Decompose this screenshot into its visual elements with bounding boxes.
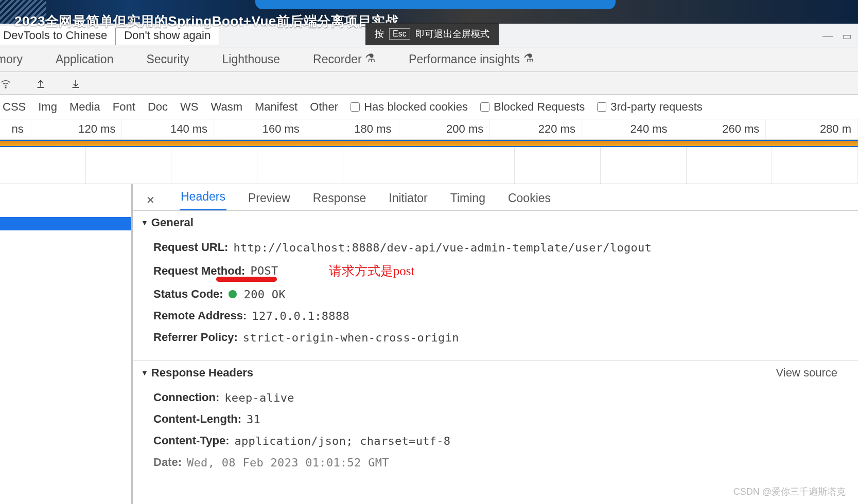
svg-point-0 <box>5 87 6 88</box>
timeline-tick: 140 ms <box>122 119 214 139</box>
view-source-link[interactable]: View source <box>776 366 850 380</box>
content-type-row: Content-Type: application/json; charset=… <box>153 430 858 452</box>
timeline-tick: 200 ms <box>398 119 491 139</box>
filter-manifest[interactable]: Manifest <box>255 100 297 114</box>
timeline-ruler[interactable]: ns 120 ms 140 ms 160 ms 180 ms 200 ms 22… <box>0 119 858 140</box>
section-title: General <box>151 216 194 229</box>
timeline-tick: ns <box>0 119 30 139</box>
general-block: Request URL: http://localhost:8888/dev-a… <box>133 235 858 350</box>
filter-img[interactable]: Img <box>38 100 57 114</box>
esc-key-icon: Esc <box>389 28 410 40</box>
detail-tabs: ✕ Headers Preview Response Initiator Tim… <box>133 184 858 211</box>
tab-cookies[interactable]: Cookies <box>507 186 552 210</box>
upload-icon[interactable] <box>35 78 46 89</box>
timeline-tick: 260 ms <box>674 119 766 139</box>
timeline-rows <box>0 147 858 184</box>
request-url-row: Request URL: http://localhost:8888/dev-a… <box>153 237 858 258</box>
flask-icon: ⚗ <box>365 51 376 65</box>
timeline-tick: 180 ms <box>306 119 398 139</box>
fullscreen-exit-toast: 按 Esc 即可退出全屏模式 <box>365 23 499 45</box>
blocked-requests-checkbox[interactable]: Blocked Requests <box>480 100 585 114</box>
maximize-icon[interactable]: ▭ <box>842 30 852 42</box>
filter-media[interactable]: Media <box>69 100 100 114</box>
status-dot-icon <box>229 290 237 298</box>
content-length-row: Content-Length: 31 <box>153 408 858 430</box>
filter-css[interactable]: CSS <box>3 100 26 114</box>
timeline-tick: 280 m <box>766 119 858 139</box>
tab-response[interactable]: Response <box>312 186 367 210</box>
filter-doc[interactable]: Doc <box>148 100 168 114</box>
request-method-row: Request Method: POST 请求方式是post <box>153 258 858 283</box>
timeline-tick: 240 ms <box>582 119 674 139</box>
filter-font[interactable]: Font <box>113 100 135 114</box>
section-response-headers[interactable]: ▼ Response Headers View source <box>133 361 858 385</box>
flask-icon: ⚗ <box>523 51 534 65</box>
status-code-row: Status Code: 200 OK <box>153 283 858 305</box>
close-icon[interactable]: ✕ <box>142 190 159 210</box>
minimize-icon[interactable]: — <box>822 30 833 42</box>
window-controls: — ▭ <box>822 30 852 42</box>
tab-memory[interactable]: emory <box>0 52 23 66</box>
remote-address-row: Remote Address: 127.0.0.1:8888 <box>153 305 858 327</box>
tab-performance-insights[interactable]: Performance insights ⚗ <box>409 52 534 66</box>
response-headers-block: Connection: keep-alive Content-Length: 3… <box>133 385 858 475</box>
tab-recorder[interactable]: Recorder ⚗ <box>313 52 376 66</box>
request-detail-pane: ✕ Headers Preview Response Initiator Tim… <box>133 184 858 504</box>
browser-tab-highlight <box>255 0 616 9</box>
tab-initiator[interactable]: Initiator <box>388 186 428 210</box>
tab-application[interactable]: Application <box>56 52 114 66</box>
timeline-tick: 120 ms <box>30 119 122 139</box>
timeline-tick: 160 ms <box>214 119 306 139</box>
date-row: Date: Wed, 08 Feb 2023 01:01:52 GMT <box>153 452 858 473</box>
section-general[interactable]: ▼ General <box>133 211 858 235</box>
devtools-panel-tabs: emory Application Security Lighthouse Re… <box>0 47 858 72</box>
connection-row: Connection: keep-alive <box>153 387 858 408</box>
disclosure-triangle-icon: ▼ <box>141 219 148 227</box>
wifi-icon[interactable] <box>0 78 11 89</box>
network-main-split: ✕ Headers Preview Response Initiator Tim… <box>0 184 858 504</box>
timeline-overview-bar[interactable] <box>0 140 858 147</box>
tab-preview[interactable]: Preview <box>247 186 291 210</box>
blocked-cookies-checkbox[interactable]: Has blocked cookies <box>351 100 468 114</box>
tab-lighthouse[interactable]: Lighthouse <box>222 52 281 66</box>
tab-timing[interactable]: Timing <box>449 186 486 210</box>
video-title: 2023全网最简单但实用的SpringBoot+Vue前后端分离项目实战 <box>14 12 399 30</box>
disclosure-triangle-icon: ▼ <box>141 369 148 377</box>
tab-headers[interactable]: Headers <box>180 185 226 210</box>
resource-type-filters: CSS Img Media Font Doc WS Wasm Manifest … <box>0 95 858 119</box>
section-title: Response Headers <box>151 366 253 380</box>
filter-ws[interactable]: WS <box>180 100 198 114</box>
filter-other[interactable]: Other <box>310 100 338 114</box>
annotation-text: 请求方式是post <box>329 262 415 279</box>
toast-suffix: 即可退出全屏模式 <box>415 28 489 40</box>
timeline-tick: 220 ms <box>490 119 582 139</box>
referrer-policy-row: Referrer Policy: strict-origin-when-cros… <box>153 327 858 348</box>
download-icon[interactable] <box>70 78 81 89</box>
toast-prefix: 按 <box>375 28 384 40</box>
third-party-checkbox[interactable]: 3rd-party requests <box>597 100 703 114</box>
watermark: CSDN @爱你三千遍斯塔克 <box>733 485 846 498</box>
selected-request[interactable] <box>0 217 131 230</box>
tab-security[interactable]: Security <box>146 52 189 66</box>
request-list[interactable] <box>0 184 133 504</box>
network-toolbar <box>0 72 858 95</box>
filter-wasm[interactable]: Wasm <box>211 100 242 114</box>
